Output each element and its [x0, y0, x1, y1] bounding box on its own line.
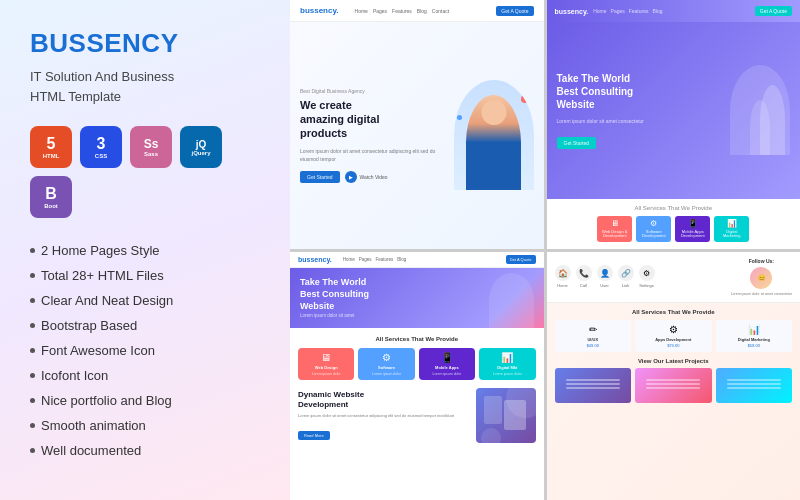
- preview3-service-web-desc: Lorem ipsum dolor: [302, 372, 350, 377]
- preview4-service-marketing: 📊 Digital Marketing $59.00: [716, 320, 793, 352]
- preview1-navbar: bussency. Home Pages Features Blog Conta…: [290, 0, 544, 22]
- preview3-navbar: bussency. Home Pages Features Blog Get A…: [290, 252, 544, 268]
- preview-grid: bussency. Home Pages Features Blog Conta…: [290, 0, 800, 500]
- preview4-project-1-lines: [566, 379, 620, 391]
- service-card-mobile: 📱 Mobile Apps Development: [675, 216, 710, 243]
- person-body: [466, 95, 521, 190]
- preview3-service-digital-desc: Lorem ipsum dolor: [483, 372, 531, 377]
- preview2-hero-text: Take The World Best Consulting Website L…: [557, 72, 721, 149]
- preview2-logo: bussency.: [555, 8, 589, 15]
- service-digital-icon: 📊: [717, 219, 746, 228]
- preview4-marketing-name: Digital Marketing: [720, 337, 789, 342]
- preview1-cta[interactable]: Get Started: [300, 171, 340, 183]
- preview4-icon-user: 👤 User: [597, 265, 613, 288]
- preview4-home-label: Home: [557, 283, 568, 288]
- service-mobile-icon: 📱: [678, 219, 707, 228]
- service-mobile-label: Mobile Apps Development: [678, 230, 707, 240]
- line-2: [727, 383, 781, 385]
- preview3-services-title: All Services That We Provide: [298, 336, 536, 342]
- preview4-follow-desc: Lorem ipsum dolor sit amet consectetur: [731, 292, 792, 296]
- preview3-service-digital: 📊 Digital Mkt Lorem ipsum dolor: [479, 348, 535, 381]
- feature-portfolio-blog: Nice portfolio and Blog: [30, 390, 260, 411]
- service-software-label: Software Development: [639, 230, 668, 240]
- preview2-cta[interactable]: Get Started: [557, 137, 597, 149]
- service-card-software: ⚙ Software Development: [636, 216, 671, 243]
- preview3-service-software-desc: Lorem ipsum dolor: [362, 372, 410, 377]
- preview2-people: [720, 65, 790, 155]
- service-web-icon: 🖥: [600, 219, 629, 228]
- preview4-project-1: [555, 368, 632, 403]
- preview2-inner: bussency. Home Pages Features Blog Get A…: [547, 0, 801, 249]
- preview4-service-uiux: ✏ UI/UX $49.00: [555, 320, 632, 352]
- service-card-digital: 📊 Digital Marketing: [714, 216, 749, 243]
- preview3-dynamic-desc: Lorem ipsum dolor sit amet consectetur a…: [298, 413, 468, 419]
- preview4-call-label: Call: [580, 283, 587, 288]
- prev3-nav-features: Features: [376, 257, 394, 262]
- preview4-follow-title: Follow Us:: [749, 258, 774, 264]
- preview4-top-icons: 🏠 Home 📞 Call 👤 User 🔗 Link ⚙ Settings F…: [547, 252, 801, 303]
- decor-dot-1: [521, 95, 529, 103]
- line-2: [646, 383, 700, 385]
- preview4-project-3-inner: [716, 368, 793, 403]
- preview-card-3: bussency. Home Pages Features Blog Get A…: [290, 252, 544, 501]
- feature-clear-design: Clear And Neat Design: [30, 290, 260, 311]
- preview3-service-mobile-title: Mobile Apps: [423, 365, 471, 370]
- preview2-cta-btn: Get A Quote: [755, 6, 792, 16]
- preview3-dynamic-heading: Dynamic Website Development: [298, 390, 468, 411]
- brand-title: BUSSENCY: [30, 28, 260, 59]
- preview3-cta-btn: Get A Quote: [506, 255, 536, 264]
- preview1-hero-text: Best Digital Business Agency We create a…: [300, 88, 454, 183]
- preview4-marketing-icon: 📊: [720, 324, 789, 335]
- preview4-follow: Follow Us: 😊 Lorem ipsum dolor sit amet …: [731, 258, 792, 296]
- preview1-nav-links: Home Pages Features Blog Contact: [355, 8, 450, 14]
- service-web-label: Web Design & Development: [600, 230, 629, 240]
- preview3-service-digital-title: Digital Mkt: [483, 365, 531, 370]
- preview3-service-software-icon: ⚙: [362, 352, 410, 363]
- preview4-apps-icon: ⚙: [639, 324, 708, 335]
- preview1-heading: We create amazing digital products: [300, 98, 454, 141]
- prev3-nav-pages: Pages: [359, 257, 372, 262]
- preview3-service-web-title: Web Design: [302, 365, 350, 370]
- preview4-project-1-inner: [555, 368, 632, 403]
- preview3-nav-links: Home Pages Features Blog: [343, 257, 407, 262]
- preview4-project-3: [716, 368, 793, 403]
- preview3-dynamic-visual: [476, 388, 536, 443]
- preview2-services-grid: 🖥 Web Design & Development ⚙ Software De…: [555, 216, 793, 243]
- preview4-projects-title: View Our Latest Projects: [555, 358, 793, 364]
- prev2-nav-features: Features: [629, 8, 649, 14]
- decor-dot-2: [457, 115, 462, 120]
- preview1-play: ▶ Watch Video: [345, 171, 388, 183]
- brand-subtitle: IT Solution And Business HTML Template: [30, 67, 260, 106]
- preview4-settings-icon: ⚙: [639, 265, 655, 281]
- feature-animation: Smooth animation: [30, 415, 260, 436]
- line-1: [646, 379, 700, 381]
- preview4-projects-grid: [555, 368, 793, 403]
- preview4-project-3-lines: [727, 379, 781, 391]
- preview1-small-label: Best Digital Business Agency: [300, 88, 454, 94]
- preview4-services-title: All Services That We Provide: [555, 309, 793, 315]
- prev2-nav-home: Home: [593, 8, 606, 14]
- preview1-hero: Best Digital Business Agency We create a…: [290, 22, 544, 249]
- preview4-icon-link: 🔗 Link: [618, 265, 634, 288]
- preview3-service-software-title: Software: [362, 365, 410, 370]
- preview3-service-mobile: 📱 Mobile Apps Lorem ipsum dolor: [419, 348, 475, 381]
- feature-bootstrap: Bootstrap Based: [30, 315, 260, 336]
- preview3-service-web: 🖥 Web Design Lorem ipsum dolor: [298, 348, 354, 381]
- preview4-user-icon: 👤: [597, 265, 613, 281]
- preview4-content: All Services That We Provide ✏ UI/UX $49…: [547, 303, 801, 501]
- line-1: [566, 379, 620, 381]
- feature-documented: Well documented: [30, 440, 260, 461]
- service-card-web: 🖥 Web Design & Development: [597, 216, 632, 243]
- decor-person-2: [750, 100, 770, 155]
- preview4-services-grid: ✏ UI/UX $49.00 ⚙ Apps Development $79.00…: [555, 320, 793, 352]
- preview4-uiux-name: UI/UX: [559, 337, 628, 342]
- preview3-service-mobile-desc: Lorem ipsum dolor: [423, 372, 471, 377]
- feature-font-awesome: Font Awesome Icon: [30, 340, 260, 361]
- preview3-cta[interactable]: Read More: [298, 431, 330, 440]
- preview1-nav-features: Features: [392, 8, 412, 14]
- preview2-desc: Lorem ipsum dolor sit amet consectetur: [557, 117, 721, 125]
- preview3-hero-heading: Take The WorldBest ConsultingWebsite: [300, 277, 369, 312]
- preview3-service-software: ⚙ Software Lorem ipsum dolor: [358, 348, 414, 381]
- preview4-user-label: User: [600, 283, 608, 288]
- preview4-link-icon: 🔗: [618, 265, 634, 281]
